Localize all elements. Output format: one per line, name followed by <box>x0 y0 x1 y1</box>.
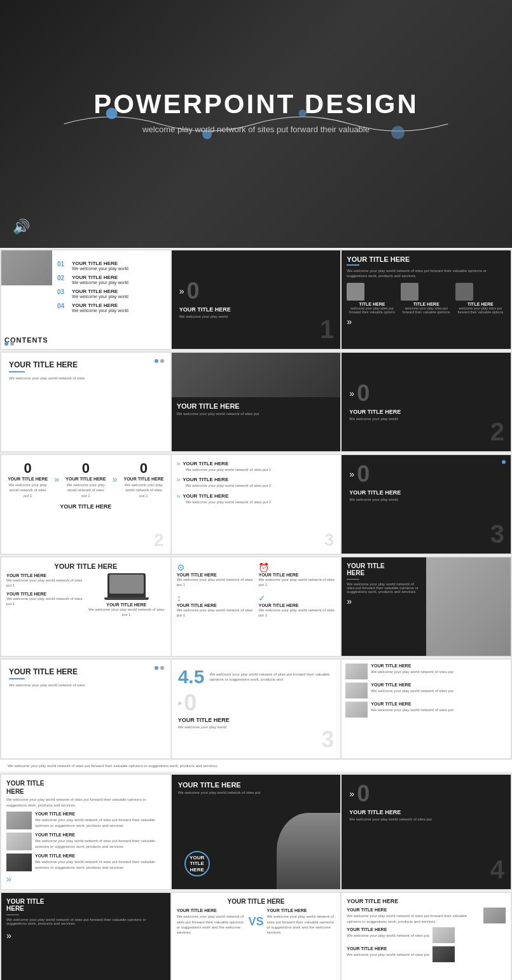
slide6-left: YOUR TITLE HERE We welcome your play wor… <box>1 775 170 889</box>
slide4-icons: ⚙ YOUR TITLE HERE We welcome your play w… <box>172 557 341 656</box>
hero-title: POWERPOINT DESIGN <box>93 89 419 119</box>
slide4-left: YOUR TITLE HERE YOUR TITLE HERE We welco… <box>1 557 170 656</box>
slide2-center: YOUR TITLE HERE We welcome your play wor… <box>172 353 341 451</box>
slide3-chevrons: »YOUR TITLE HERE We welcome your play wo… <box>172 455 341 554</box>
slide4-right: YOUR TITLE HERE We welcome your play wor… <box>342 557 511 656</box>
slide2-right: » 0 YOUR TITLE HERE We welcome your play… <box>342 353 511 451</box>
slide2-left: YOUR TITLE HERE We welcome your play wor… <box>1 353 170 451</box>
slide6-center: YOUR TITLE HERE We welcome your play wor… <box>172 775 341 889</box>
slide3-stats: 0 YOUR TITLE HERE We welcome your play w… <box>1 455 170 554</box>
slide3-right: » 0 YOUR TITLE HERE We welcome your play… <box>342 455 511 554</box>
slide7-right: YOUR TITLE HERE YOUR TITLE HERE We welco… <box>342 893 511 980</box>
slide5-rating: 4.5 We welcome your play world network o… <box>172 660 341 758</box>
slide5-footer: We welcome your play world network of si… <box>8 763 504 768</box>
slide5-left: YOUR TITLE HERE We welcome your play wor… <box>1 660 170 758</box>
slide1-center: » 0 YOUR TITLE HERE We welcome your play… <box>172 250 341 349</box>
svg-point-3 <box>391 126 405 139</box>
slide6-right: » 0 YOUR TITLE HERE We welcome your play… <box>342 775 511 889</box>
hero-subtitle: welcome play world network of sites put … <box>142 125 370 134</box>
slide7-center: YOUR TITLE HERE YOUR TITLE HERE We welco… <box>172 893 341 980</box>
slide7-left: YOUR TITLE HERE We welcome your play wor… <box>1 893 170 980</box>
slide5-right: YOUR TITLE HERE We welcome your play wor… <box>342 660 511 758</box>
contents-slide: CONTENTS 01YOUR TITLE HEREWe welcome you… <box>1 250 170 349</box>
sound-icon: 🔊 <box>13 219 30 235</box>
slide1-right: YOUR TITLE HERE We welcome your play wor… <box>342 250 511 349</box>
contents-items: 01YOUR TITLE HEREWe welcome your play wo… <box>57 255 165 313</box>
hero-slide: POWERPOINT DESIGN welcome play world net… <box>0 0 512 248</box>
